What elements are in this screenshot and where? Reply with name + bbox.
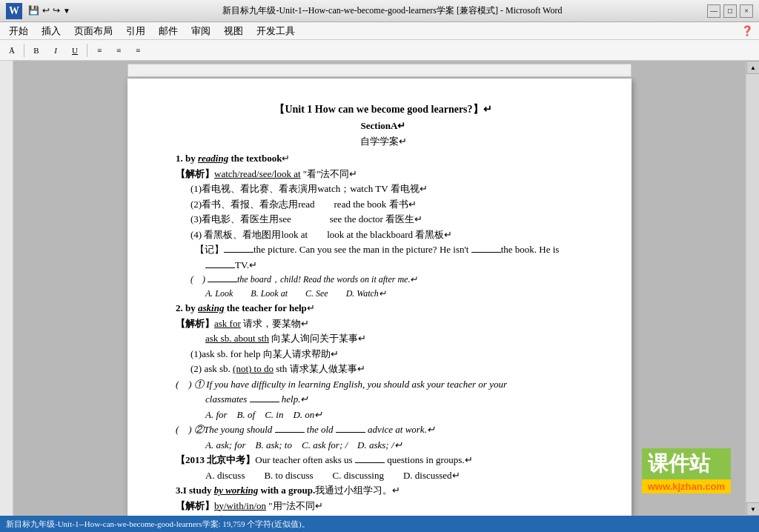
- item-2: 2. by asking the teacher for help↵: [176, 301, 591, 316]
- scroll-track[interactable]: [746, 74, 759, 502]
- main-layout: 【Unit 1 How can we become good learners?…: [0, 61, 759, 516]
- item-2-exam-opts: A. discuss B. to discuss C. discussing D…: [205, 468, 591, 483]
- toolbar: Ā B I U ≡ ≡ ≡: [0, 40, 759, 61]
- item-1-note: 【记】the picture. Can you see the man in t…: [176, 242, 591, 257]
- item-1: 1. by reading the textbook↵: [176, 151, 591, 166]
- toolbar-btn-6[interactable]: ≡: [110, 42, 127, 59]
- watermark: 课件站 www.kjzhan.com: [642, 448, 731, 493]
- status-bar: 新目标九年级-Unit-1--How-can-we-become-good-le…: [0, 516, 759, 532]
- scrollbar[interactable]: ▲ ▼: [746, 61, 759, 516]
- close-btn[interactable]: ×: [740, 4, 753, 18]
- undo-icon[interactable]: ↩: [42, 5, 50, 16]
- toolbar-separator-2: [87, 44, 87, 57]
- minimize-btn[interactable]: —: [707, 4, 720, 18]
- item-1-1: (1)看电视、看比赛、看表演用watch；watch TV 看电视↵: [190, 182, 591, 196]
- item-3-jiexi: 【解析】by/with/in/on "用"法不同↵: [176, 499, 591, 513]
- ruler: [127, 64, 632, 77]
- toolbar-btn-5[interactable]: ≡: [90, 42, 108, 59]
- menu-references[interactable]: 引用: [120, 23, 151, 39]
- item-1-options: A. Look B. Look at C. See D. Watch↵: [205, 287, 591, 300]
- item-2-jiexi: 【解析】ask for 请求，要某物↵: [176, 316, 591, 331]
- item-3: 3.I study by working with a group.我通过小组学…: [176, 483, 591, 498]
- window-title: 新目标九年级-Unit-1--How-can-we-become-good-le…: [78, 4, 707, 17]
- doc-title: 【Unit 1 How can we become good learners?…: [176, 102, 591, 117]
- word-app-icon: W: [6, 3, 22, 19]
- item-2-ex2-opts: A. ask; for B. ask; to C. ask for; / D. …: [205, 438, 591, 453]
- save-icon[interactable]: 💾: [28, 5, 39, 16]
- menu-bar: 开始 插入 页面布局 引用 邮件 审阅 视图 开发工具 ❓: [0, 22, 759, 40]
- item-2-3: (2) ask sb. (not) to do sth 请求某人做某事↵: [190, 362, 591, 376]
- menu-mail[interactable]: 邮件: [153, 23, 184, 39]
- item-2-1: ask sb. about sth 向某人询问关于某事↵: [205, 331, 591, 346]
- item-2-ex1b: classmates help.↵: [205, 392, 591, 407]
- toolbar-btn-1[interactable]: Ā: [3, 42, 21, 59]
- menu-view[interactable]: 视图: [218, 23, 249, 39]
- item-1-3: (3)看电影、看医生用see see the doctor 看医生↵: [190, 212, 591, 227]
- quick-access-toolbar: 💾 ↩ ↪ ▼: [28, 5, 70, 16]
- item-2-2: (1)ask sb. for help 向某人请求帮助↵: [190, 347, 591, 362]
- item-1-4: (4) 看黑板、看地图用look at look at the blackboa…: [190, 227, 591, 242]
- menu-review[interactable]: 审阅: [185, 23, 216, 39]
- document-area: 【Unit 1 How can we become good learners?…: [13, 61, 746, 516]
- item-2-ex1-opts: A. for B. of C. in D. on↵: [205, 408, 591, 422]
- item-1-note2: TV.↵: [205, 258, 591, 273]
- self-study-title: 自学学案↵: [176, 134, 591, 149]
- item-2-exam: 【2013 北京中考】Our teacher often asks us que…: [176, 453, 591, 468]
- menu-home[interactable]: 开始: [3, 23, 34, 39]
- section-a-title: SectionA↵: [176, 119, 591, 133]
- item-3-by: ◆by 的用法：↵: [176, 513, 591, 516]
- title-bar: W 💾 ↩ ↪ ▼ 新目标九年级-Unit-1--How-can-we-beco…: [0, 0, 759, 22]
- watermark-top: 课件站: [642, 448, 731, 479]
- maximize-btn[interactable]: □: [723, 4, 737, 18]
- item-2-ex1: ( ) ① If you have difficulty in learning…: [176, 377, 591, 392]
- toolbar-separator: [24, 44, 24, 57]
- left-sidebar: [0, 61, 13, 516]
- toolbar-btn-2[interactable]: B: [27, 42, 45, 59]
- item-1-2: (2)看书、看报、看杂志用read read the book 看书↵: [190, 197, 591, 212]
- item-1-jiexi: 【解析】watch/read/see/look at "看"法不同↵: [176, 167, 591, 182]
- status-text: 新目标九年级-Unit-1--How-can-we-become-good-le…: [6, 519, 310, 530]
- document-page[interactable]: 【Unit 1 How can we become good learners?…: [127, 79, 632, 516]
- menu-layout[interactable]: 页面布局: [68, 23, 119, 39]
- menu-developer[interactable]: 开发工具: [251, 23, 301, 39]
- toolbar-btn-3[interactable]: I: [47, 42, 64, 59]
- scroll-down-btn[interactable]: ▼: [746, 502, 759, 516]
- menu-insert[interactable]: 插入: [36, 23, 67, 39]
- item-1-exercise: ( ) the board，child! Read the words on i…: [190, 273, 591, 286]
- dropdown-icon[interactable]: ▼: [63, 7, 70, 15]
- redo-icon[interactable]: ↪: [53, 5, 60, 16]
- window-controls[interactable]: — □ ×: [707, 4, 753, 18]
- help-icon[interactable]: ❓: [741, 25, 753, 37]
- watermark-bottom: www.kjzhan.com: [642, 479, 731, 493]
- toolbar-btn-4[interactable]: U: [66, 42, 84, 59]
- scroll-up-btn[interactable]: ▲: [746, 61, 759, 74]
- item-2-ex2: ( ) ②The young should the old advice at …: [176, 422, 591, 437]
- toolbar-btn-7[interactable]: ≡: [129, 42, 147, 59]
